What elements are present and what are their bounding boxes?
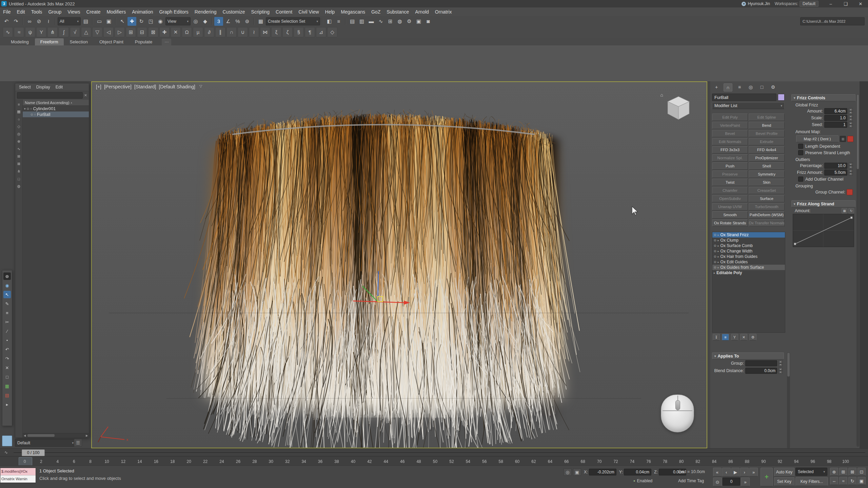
toolbar2-tool-icon[interactable]: ✕: [171, 27, 181, 37]
preserve-strand-length-checkbox[interactable]: [798, 150, 803, 155]
viewport-filter-icon[interactable]: ▽: [199, 84, 202, 89]
select-and-place-icon[interactable]: ◉: [156, 17, 165, 26]
orbit-icon[interactable]: ↻: [848, 477, 856, 485]
preset-menu-icon[interactable]: ☰: [74, 439, 82, 447]
modifier-button-edit-poly[interactable]: Edit Poly: [712, 114, 748, 121]
lights-filter-icon[interactable]: ◇: [16, 124, 21, 129]
curve-editor-icon[interactable]: ∿: [376, 17, 385, 26]
stack-item-ox-guides-from-surface[interactable]: ⊙▸Ox Guides from Surface: [712, 265, 785, 270]
add-outlier-channel-checkbox[interactable]: [798, 177, 803, 182]
modifier-button-ffd-4x4x4[interactable]: FFD 4x4x4: [749, 146, 785, 154]
ribbon-tab-object-paint[interactable]: Object Paint: [94, 38, 129, 45]
percentage-field[interactable]: 10.0: [824, 163, 847, 169]
toolbar2-tool-icon[interactable]: ⊟: [137, 27, 147, 37]
time-slider-handle[interactable]: 0 / 100: [22, 449, 45, 456]
y-coordinate-field[interactable]: 0.04cm: [624, 469, 651, 475]
project-folder-dropdown[interactable]: C:\Users\JI...ds Max 2022: [800, 17, 865, 25]
toolbar2-tool-icon[interactable]: Ω: [182, 27, 192, 37]
toolbar2-tool-icon[interactable]: ζ: [282, 27, 293, 37]
node-visibility-icon[interactable]: ⊙: [27, 107, 29, 110]
modifier-button-surface[interactable]: Surface: [749, 195, 785, 202]
select-and-rotate-icon[interactable]: ↻: [137, 17, 146, 26]
applies-to-header[interactable]: ▾Applies To: [712, 352, 784, 360]
toolbar2-tool-icon[interactable]: ◇: [327, 27, 337, 37]
tree-node-cylinder001[interactable]: ▾⊙○Cylinder001: [23, 106, 89, 111]
toolbar2-tool-icon[interactable]: ≀: [249, 27, 259, 37]
scene-explorer-menu-display[interactable]: Display: [34, 85, 53, 89]
modifier-button-opensubdiv[interactable]: OpenSubdiv: [712, 195, 748, 202]
pin-stack-icon[interactable]: ↧: [713, 334, 720, 341]
xref-filter-icon[interactable]: ⊠: [16, 161, 21, 166]
percent-snap-toggle-icon[interactable]: %: [233, 17, 242, 26]
viewcube[interactable]: [660, 91, 697, 123]
seed-spinner[interactable]: ▴▾: [849, 122, 853, 128]
stack-item-ox-change-width[interactable]: ⊙▸Ox Change Width: [712, 248, 785, 254]
toolbar2-tool-icon[interactable]: ξ: [271, 27, 281, 37]
menu-ornatrix[interactable]: Ornatrix: [432, 7, 455, 16]
signin-user-button[interactable]: ● Hyunsuk.Jin: [738, 1, 773, 6]
scroll-right-icon[interactable]: ▶: [85, 434, 89, 437]
walk-through-icon[interactable]: ≈: [839, 477, 847, 485]
expand-arrow-icon[interactable]: ▸: [718, 250, 719, 253]
key-filters-button[interactable]: Key Filters...: [795, 477, 828, 486]
toolbar2-tool-icon[interactable]: ∥: [215, 27, 225, 37]
remove-modifier-icon[interactable]: ✕: [740, 334, 747, 341]
expand-arrow-icon[interactable]: ▸: [718, 233, 719, 237]
search-clear-icon[interactable]: ✕: [84, 93, 87, 98]
modifier-button-ffd-3x3x3[interactable]: FFD 3x3x3: [712, 146, 748, 154]
isolate-selection-toggle-icon[interactable]: ◎: [564, 468, 572, 476]
geometry-filter-icon[interactable]: ▦: [16, 109, 21, 114]
scale-spinner[interactable]: ▴▾: [849, 115, 853, 121]
undo-icon[interactable]: ↶: [2, 17, 11, 26]
window-crossing-toggle-icon[interactable]: ▣: [104, 17, 113, 26]
stack-item-editable-poly[interactable]: ▸Editable Poly: [712, 270, 785, 276]
modifier-button-preserve[interactable]: Preserve: [712, 170, 748, 178]
minimize-button[interactable]: –: [823, 0, 838, 7]
bind-to-space-warp-icon[interactable]: ≀: [44, 17, 53, 26]
frizz-controls-header[interactable]: ▾Frizz Controls: [791, 94, 855, 101]
length-dependent-checkbox[interactable]: [798, 144, 803, 149]
zoom-region-icon[interactable]: ⊡: [857, 468, 866, 476]
modifier-button-bend[interactable]: Bend: [749, 122, 785, 129]
modifier-button-extrude[interactable]: Extrude: [749, 138, 785, 145]
go-to-start-button[interactable]: «: [713, 468, 722, 476]
named-selection-sets-dropdown[interactable]: Create Selection Set▾: [266, 17, 320, 25]
toolbar2-tool-icon[interactable]: ≈: [14, 27, 24, 37]
menu-scripting[interactable]: Scripting: [248, 7, 273, 16]
expand-arrow-icon[interactable]: ▾: [24, 107, 26, 110]
toolbar2-tool-icon[interactable]: ⊞: [126, 27, 136, 37]
toolbar2-tool-icon[interactable]: ✚: [159, 27, 170, 37]
modifier-visibility-icon[interactable]: ⊙: [714, 244, 716, 247]
viewport-menu-shading[interactable]: [Default Shading]: [159, 84, 195, 89]
percentage-spinner[interactable]: ▴▾: [849, 163, 853, 169]
groups-filter-icon[interactable]: ⊞: [16, 154, 21, 159]
menu-help[interactable]: Help: [322, 7, 338, 16]
toolbar2-tool-icon[interactable]: ⊠: [148, 27, 158, 37]
undo-tool-icon[interactable]: ↶: [3, 346, 11, 353]
select-by-name-icon[interactable]: ▤: [81, 17, 90, 26]
scene-explorer-menu-select[interactable]: Select: [17, 85, 33, 89]
modifier-list-dropdown[interactable]: Modifier List▾: [712, 102, 785, 109]
unlink-selection-icon[interactable]: ⊘: [35, 17, 43, 26]
menu-graph-editors[interactable]: Graph Editors: [156, 7, 191, 16]
toolbar2-tool-icon[interactable]: ∪: [238, 27, 248, 37]
toolbar2-tool-icon[interactable]: ⊿: [316, 27, 326, 37]
maxscript-mini-listener[interactable]: $.modifiers[#Ox Ornatrix Warnin: [0, 468, 36, 483]
menu-customize[interactable]: Customize: [219, 7, 248, 16]
spinner-snap-toggle-icon[interactable]: ⊚: [243, 17, 252, 26]
key-mode-toggle-button[interactable]: ⊙: [713, 477, 722, 486]
amount-spinner[interactable]: ▴▾: [849, 108, 853, 114]
toolbar2-tool-icon[interactable]: ψ: [25, 27, 35, 37]
toolbar2-tool-icon[interactable]: ◁: [103, 27, 114, 37]
transform-gizmo[interactable]: [350, 262, 421, 326]
toolbar2-tool-icon[interactable]: ▽: [92, 27, 102, 37]
pan-icon[interactable]: ⇔: [830, 477, 838, 485]
select-object-icon[interactable]: ↖: [118, 17, 127, 26]
mini-curve-editor-icon[interactable]: ∿: [3, 450, 9, 455]
menu-civil-view[interactable]: Civil View: [295, 7, 322, 16]
node-visibility-icon[interactable]: ⊙: [31, 113, 33, 116]
toggle-layer-explorer-icon[interactable]: ▥: [357, 17, 366, 26]
redo-tool-icon[interactable]: ↷: [3, 355, 11, 362]
modifier-button-push[interactable]: Push: [712, 162, 748, 170]
toolbar2-tool-icon[interactable]: Y: [36, 27, 46, 37]
